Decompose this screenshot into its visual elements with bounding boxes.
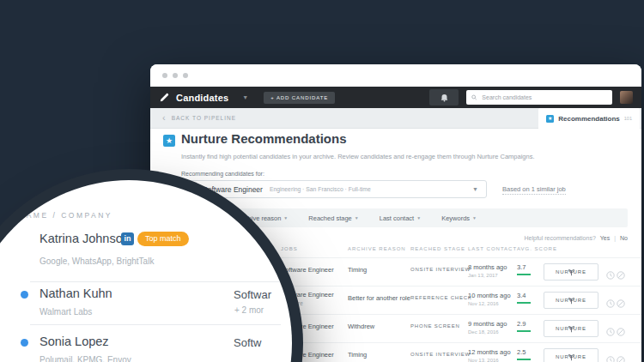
filter-last-contact[interactable]: Last contact▼	[380, 214, 421, 222]
col-avg-score: AVG. SCORE	[517, 246, 557, 251]
browser-chrome-bar	[150, 64, 641, 87]
dismiss-icon[interactable]	[617, 324, 625, 333]
back-to-pipeline-link[interactable]: ‹ BACK TO PIPELINE	[162, 114, 236, 121]
user-avatar[interactable]	[620, 91, 633, 104]
snooze-icon[interactable]	[606, 296, 615, 305]
recommending-for-label: Recommending candidates for:	[181, 171, 264, 177]
snooze-icon[interactable]	[606, 268, 615, 276]
app-navbar: Candidates ▼ + ADD CANDIDATE	[150, 87, 641, 108]
row-reached-stage: PHONE SCREEN	[410, 323, 460, 329]
notifications-button[interactable]	[429, 89, 459, 106]
magnified-candidate-name: Katrina Johnson	[39, 232, 130, 245]
page-title: Nurture Recommendations	[181, 131, 347, 146]
dismiss-icon[interactable]	[617, 353, 625, 361]
col-last-contact: LAST CONTACT	[468, 246, 517, 251]
row-reached-stage: REFERENCE CHECK	[410, 295, 472, 300]
row-last-contact: 9 months ago	[468, 320, 507, 328]
top-match-badge: Top match	[137, 232, 189, 246]
nurture-button[interactable]: NURTURE	[544, 320, 598, 337]
dismiss-icon[interactable]	[617, 296, 625, 305]
magnified-candidate-name: Sonia Lopez	[39, 335, 109, 348]
row-job: Software Engineer	[281, 291, 334, 299]
row-score: 3.4	[517, 292, 526, 299]
add-candidate-button[interactable]: + ADD CANDIDATE	[264, 92, 335, 104]
feedback-no-link[interactable]: No	[620, 235, 628, 241]
row-job: Software Engineer	[281, 266, 334, 274]
row-score: 2.9	[517, 320, 526, 328]
magnified-candidate-name: Nathan Kuhn	[39, 287, 112, 300]
row-contact-date: Nov 13, 2016	[468, 358, 499, 362]
nurture-star-icon: ★	[163, 135, 175, 147]
row-contact-date: Jan 13, 2017	[468, 273, 498, 278]
active-posting-dot-icon	[190, 186, 196, 192]
magnified-job-fragment: Softw	[234, 336, 262, 349]
magnified-candidate-companies: Google, WhatsApp, BrightTalk	[39, 256, 154, 266]
row-archive-reason: Timing	[348, 266, 367, 274]
search-input[interactable]	[480, 94, 607, 101]
magnified-candidate-companies: Walmart Labs	[39, 307, 92, 317]
chevron-down-icon: ▼	[355, 215, 359, 220]
magnified-job-extra-fragment: + 2 mor	[234, 305, 264, 315]
col-reached-stage: REACHED STAGE	[410, 246, 465, 251]
snooze-icon[interactable]	[606, 353, 615, 361]
search-field-wrapper	[466, 90, 612, 105]
divider	[30, 281, 281, 282]
tab-badge: 101	[624, 116, 632, 121]
new-candidate-dot-icon	[21, 339, 28, 347]
tab-recommendations[interactable]: ★ Recommendations 101	[538, 108, 640, 129]
filter-keywords[interactable]: Keywords▼	[441, 214, 477, 222]
new-candidate-dot-icon	[21, 291, 28, 299]
row-last-contact: 12 months ago	[468, 348, 511, 356]
feedback-question: Helpful recommendations?	[525, 235, 596, 241]
chevron-down-icon: ▼	[472, 215, 477, 220]
filter-archive-reason[interactable]: Archive reason▼	[238, 214, 288, 222]
chevron-left-icon: ‹	[162, 114, 167, 121]
row-contact-date: Dec 18, 2016	[468, 329, 499, 335]
app-logo-pencil-icon	[159, 92, 170, 103]
plus-icon: +	[270, 95, 274, 100]
magnified-column-header: NAME / COMPANY	[19, 211, 112, 220]
row-archive-reason: Withdrew	[348, 323, 374, 330]
divider	[30, 324, 281, 325]
chevron-down-icon: ▼	[283, 215, 288, 220]
row-score: 3.7	[517, 263, 526, 271]
chevron-down-icon: ▼	[416, 215, 421, 220]
score-bar	[517, 302, 531, 304]
score-bar	[517, 274, 531, 275]
page-toolbar: ‹ BACK TO PIPELINE ★ Recommendations 101	[150, 108, 641, 129]
filter-reached-stage[interactable]: Reached stage▼	[308, 214, 358, 222]
nurture-button[interactable]: NURTURE	[544, 348, 598, 362]
window-control-zoom[interactable]	[183, 73, 188, 78]
bell-icon	[440, 94, 448, 102]
page-description: Instantly find high potential candidates…	[181, 153, 535, 160]
row-score: 2.5	[517, 348, 526, 356]
search-icon	[471, 94, 477, 100]
window-control-minimize[interactable]	[173, 73, 178, 78]
feedback-prompt: Helpful recommendations? Yes | No	[525, 235, 628, 241]
dismiss-icon[interactable]	[617, 268, 625, 276]
score-bar	[517, 330, 531, 332]
recommendations-star-icon: ★	[546, 115, 554, 123]
selected-job-meta: Engineering · San Francisco · Full-time	[270, 186, 371, 192]
marketing-backdrop: Candidates ▼ + ADD CANDIDATE ‹	[0, 0, 644, 362]
row-last-contact: 10 months ago	[468, 292, 511, 299]
selected-job-title: Software Engineer	[203, 185, 263, 194]
magnified-candidate-companies: Polumail, KPMG, Envoy	[39, 355, 131, 362]
col-archive-reason: ARCHIVE REASON	[348, 246, 406, 251]
nav-section-title[interactable]: Candidates	[176, 93, 228, 103]
window-control-close[interactable]	[162, 73, 167, 78]
row-archive-reason: Better for another role	[348, 294, 410, 302]
linkedin-icon: in	[121, 232, 134, 245]
nurture-button[interactable]: NURTURE	[544, 292, 598, 309]
nurture-button[interactable]: NURTURE	[544, 263, 598, 281]
row-archive-reason: Timing	[348, 351, 367, 359]
feedback-yes-link[interactable]: Yes	[600, 235, 610, 241]
row-reached-stage: ONSITE INTERVIEW	[410, 352, 471, 357]
job-posting-select[interactable]: Software Engineer Engineering · San Fran…	[181, 180, 487, 198]
snooze-icon[interactable]	[606, 324, 615, 333]
similar-job-link[interactable]: Based on 1 similar job	[502, 185, 566, 195]
chevron-down-icon[interactable]: ▼	[242, 94, 248, 100]
row-contact-date: Nov 12, 2016	[468, 301, 499, 306]
col-jobs: JOBS	[281, 246, 298, 251]
magnified-job-fragment: Softwar	[234, 288, 271, 301]
